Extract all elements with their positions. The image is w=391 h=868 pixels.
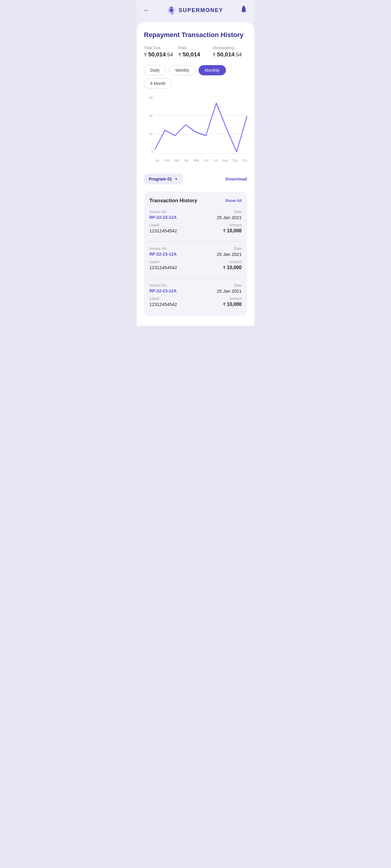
main-card: Repayment Transaction History Total Due … xyxy=(137,22,254,326)
tx-row-bottom: Loan# 12312454542 Amount ₹ 10,000 xyxy=(149,260,242,270)
tx-row-bottom: Loan# 12312454542 Amount ₹ 10,000 xyxy=(149,223,242,234)
tx-amount-col: Amount ₹ 10,000 xyxy=(223,223,242,234)
tx-row-bottom: Loan# 12312454542 Amount ₹ 10,000 xyxy=(149,297,242,307)
tab-weekly[interactable]: Weekly xyxy=(169,65,196,75)
tx-date: 25 Jan 2021 xyxy=(217,288,242,293)
tx-invoice-col: Invoice No. RP-22-23-12A xyxy=(149,247,176,256)
total-due-cents: .54 xyxy=(166,52,173,58)
tx-amount: ₹ 10,000 xyxy=(223,302,242,307)
tab-monthly[interactable]: Monthly xyxy=(198,65,226,75)
x-axis-labels: Jan Feb Mar Apr May Jun Jul Aug Sep Oct xyxy=(155,159,247,162)
transaction-section: Transaction History Show All Invoice No.… xyxy=(144,192,247,316)
tx-date-label: Date xyxy=(217,247,242,251)
total-due-currency: ₹ xyxy=(144,52,148,57)
svg-point-5 xyxy=(244,12,244,13)
tx-invoice-label: Invoice No. xyxy=(149,283,176,287)
outstanding: Outstanding ₹ 50,014.54 xyxy=(213,45,247,58)
summary-row: Total Due ₹ 50,014.54 Paid ₹ 50,014 Outs… xyxy=(144,45,247,58)
notification-bell-icon[interactable] xyxy=(240,5,248,15)
tx-amount-label: Amount xyxy=(223,297,242,301)
page-title: Repayment Transaction History xyxy=(144,31,247,39)
tx-date-col: Date 25 Jan 2021 xyxy=(217,283,242,293)
y-label-3k: 3K xyxy=(149,96,153,99)
outstanding-label: Outstanding xyxy=(213,45,247,50)
tx-date: 25 Jan 2021 xyxy=(217,215,242,220)
tx-invoice-col: Invoice No. RP-22-23-12A xyxy=(149,210,176,220)
line-chart xyxy=(155,96,247,154)
tx-invoice-no: RP-22-23-12A xyxy=(149,288,176,293)
logo-icon xyxy=(167,5,176,15)
chart-container: 3K 2K 1K 0 Jan Feb xyxy=(144,96,247,165)
tx-loan-label: Loan# xyxy=(149,223,177,227)
paid: Paid ₹ 50,014 xyxy=(178,45,213,58)
y-label-1k: 1K xyxy=(149,132,153,135)
y-label-2k: 2K xyxy=(149,114,153,118)
tx-loan-no: 12312454542 xyxy=(149,228,177,233)
x-label-jan: Jan xyxy=(155,159,160,162)
tx-amount-col: Amount ₹ 10,000 xyxy=(223,297,242,307)
program-dropdown-label: Program 01 xyxy=(149,177,172,181)
tx-row-top: Invoice No. RP-22-23-12A Date 25 Jan 202… xyxy=(149,247,242,257)
outstanding-bold: 50,014 xyxy=(217,51,234,58)
tx-invoice-col: Invoice No. RP-22-23-12A xyxy=(149,283,176,293)
tx-invoice-label: Invoice No. xyxy=(149,210,176,214)
tx-amount: ₹ 10,000 xyxy=(223,228,242,234)
tab-6month[interactable]: 6 Month xyxy=(144,79,172,89)
tab-daily[interactable]: Daily xyxy=(144,65,166,75)
transaction-item: Invoice No. RP-22-23-12A Date 25 Jan 202… xyxy=(149,247,242,278)
tx-loan-col: Loan# 12312454542 xyxy=(149,260,177,270)
tx-date-label: Date xyxy=(217,210,242,214)
x-label-jun: Jun xyxy=(204,159,209,162)
x-label-mar: Mar xyxy=(174,159,179,162)
tx-invoice-no: RP-22-23-12A xyxy=(149,215,176,220)
x-label-feb: Feb xyxy=(164,159,170,162)
outstanding-currency: ₹ xyxy=(213,52,217,57)
paid-label: Paid xyxy=(178,45,213,50)
x-label-aug: Aug xyxy=(222,159,227,162)
tx-amount-label: Amount xyxy=(223,260,242,264)
paid-bold: 50,014 xyxy=(183,51,200,58)
back-button[interactable]: ← xyxy=(143,6,150,14)
y-label-0: 0 xyxy=(151,150,153,154)
tx-loan-no: 12312454542 xyxy=(149,265,177,270)
action-row: Program 01 ▼ Download xyxy=(144,174,247,184)
total-due-bold: 50,014 xyxy=(148,51,166,58)
total-due-value: ₹ 50,014.54 xyxy=(144,51,178,58)
x-label-may: May xyxy=(194,159,199,162)
x-label-sep: Sep xyxy=(232,159,238,162)
transaction-item: Invoice No. RP-22-23-12A Date 25 Jan 202… xyxy=(149,210,242,242)
phone-container: ← SUPERMONEY Repayment Transaction Histo… xyxy=(137,0,254,326)
filter-tabs: Daily Weekly Monthly 6 Month xyxy=(144,65,247,89)
tx-loan-no: 12312454542 xyxy=(149,302,177,307)
tx-date-label: Date xyxy=(217,283,242,287)
total-due-label: Total Due xyxy=(144,45,178,50)
tx-loan-label: Loan# xyxy=(149,297,177,301)
dropdown-arrow-icon: ▼ xyxy=(174,177,178,181)
tx-date-col: Date 25 Jan 2021 xyxy=(217,210,242,220)
x-label-oct: Oct xyxy=(242,159,247,162)
logo-text: SUPERMONEY xyxy=(178,7,223,13)
paid-currency: ₹ xyxy=(178,52,183,57)
tx-amount-label: Amount xyxy=(223,223,242,227)
x-label-jul: Jul xyxy=(214,159,218,162)
x-label-apr: Apr xyxy=(184,159,189,162)
program-dropdown[interactable]: Program 01 ▼ xyxy=(144,174,183,184)
tx-row-top: Invoice No. RP-22-23-12A Date 25 Jan 202… xyxy=(149,210,242,220)
show-all-button[interactable]: Show All xyxy=(225,198,242,203)
outstanding-cents: .54 xyxy=(234,52,242,58)
transaction-item: Invoice No. RP-22-23-12A Date 25 Jan 202… xyxy=(149,283,242,307)
tx-row-top: Invoice No. RP-22-23-12A Date 25 Jan 202… xyxy=(149,283,242,293)
tx-loan-col: Loan# 12312454542 xyxy=(149,223,177,233)
download-button[interactable]: Download xyxy=(225,176,247,181)
tx-invoice-label: Invoice No. xyxy=(149,247,176,251)
tx-invoice-no: RP-22-23-12A xyxy=(149,252,176,256)
outstanding-value: ₹ 50,014.54 xyxy=(213,51,247,58)
svg-rect-6 xyxy=(243,6,245,7)
total-due: Total Due ₹ 50,014.54 xyxy=(144,45,178,58)
header: ← SUPERMONEY xyxy=(137,0,254,20)
transaction-title: Transaction History xyxy=(149,198,197,204)
tx-amount: ₹ 10,000 xyxy=(223,265,242,270)
tx-loan-label: Loan# xyxy=(149,260,177,264)
tx-amount-col: Amount ₹ 10,000 xyxy=(223,260,242,270)
tx-loan-col: Loan# 12312454542 xyxy=(149,297,177,307)
